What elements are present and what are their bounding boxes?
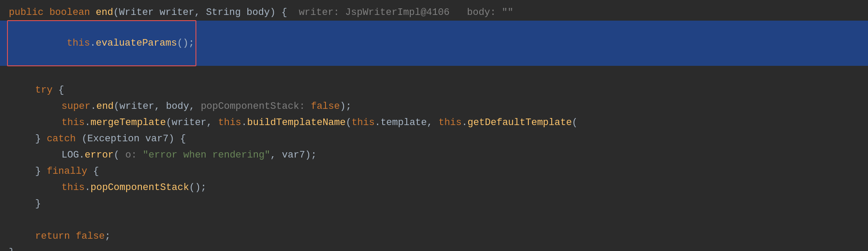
code-line-evaluate-params: this.evaluateParams(); [0,21,868,66]
dot-5: . [462,115,467,130]
keyword-try: try [35,83,58,97]
catch-params: (Exception var7) { [82,132,186,146]
dot-1: . [90,38,96,49]
indent-spaces [43,38,67,49]
dot-super: . [90,99,96,114]
log-statement: LOG. [61,148,85,162]
code-editor: public boolean end(Writer writer, String… [0,0,868,251]
param-writer-type: Writer [119,5,159,20]
hint-o: o: [125,148,143,162]
method-buildTemplateName: buildTemplateName [247,115,346,130]
method-mergeTemplate: mergeTemplate [90,115,166,130]
code-line-close-finally: } [0,196,868,212]
code-line-blank-1 [0,66,868,82]
dot-6: . [85,180,90,195]
code-line-signature: public boolean end(Writer writer, String… [0,4,868,21]
keyword-return: return [35,229,76,244]
keyword-finally: finally [47,164,93,179]
log-var7: , var7); [270,148,317,162]
paren-super: (writer, body, [114,99,201,114]
brace-open-try: { [58,83,64,97]
method-evaluateParams: evaluateParams [96,38,177,49]
error-paren-open: ( [114,148,125,162]
merge-params: (writer, [166,115,218,130]
value-false-1: false [311,99,340,114]
method-name-end: end [96,5,113,20]
dot-2: . [85,115,90,130]
brace-close-finally: } [35,197,41,211]
param-string-type: String [206,5,246,20]
hint-popComponentStack: popComponentStack: [201,99,311,114]
keyword-this-4: this [351,115,375,130]
call-parens-1: (); [177,38,195,49]
paren-open: ( [113,5,119,20]
keyword-this-1: this [67,38,90,49]
close-super: ); [340,99,351,114]
brace-close-method: } [9,245,14,251]
pop-call: (); [189,180,206,195]
keyword-public: public [9,5,49,20]
brace-open-finally: { [93,164,99,179]
inline-hint-writer: writer: JspWriterImpl@4106 body: "" [293,5,514,20]
param-writer-name: writer, [159,5,206,20]
dot-3: . [241,115,247,130]
keyword-super: super [61,99,90,114]
code-line-pop: this.popComponentStack(); [0,179,868,196]
code-line-log: LOG.error( o: "error when rendering", va… [0,147,868,163]
keyword-catch: catch [47,132,81,146]
method-getDefaultTemplate: getDefaultTemplate [467,115,572,130]
highlighted-statement: this.evaluateParams(); [9,22,195,65]
code-line-finally: } finally { [0,163,868,179]
method-end: end [96,99,114,114]
value-false-return: false [76,229,105,244]
brace-close-try: } [35,132,47,146]
keyword-boolean: boolean [49,5,96,20]
method-popComponentStack: popComponentStack [90,180,189,195]
code-line-close-method: } [0,244,868,251]
param-body-name: body) { [246,5,293,20]
brace-close-catch: } [35,164,47,179]
code-line-blank-2 [0,212,868,228]
keyword-this-3: this [218,115,241,130]
code-line-super: super.end(writer, body, popComponentStac… [0,98,868,115]
code-line-catch: } catch (Exception var7) { [0,131,868,147]
string-error-msg: "error when rendering" [143,148,270,162]
keyword-this-6: this [61,180,85,195]
method-error: error [85,148,114,162]
trailing-paren: ( [572,115,578,130]
code-line-try: try { [0,82,868,98]
code-line-return: return false; [0,228,868,244]
dot-4: .template, [375,115,438,130]
keyword-this-5: this [438,115,462,130]
code-line-merge: this.mergeTemplate(writer, this.buildTem… [0,115,868,131]
semicolon-return: ; [105,229,110,244]
btn-params: ( [346,115,351,130]
keyword-this-2: this [61,115,85,130]
